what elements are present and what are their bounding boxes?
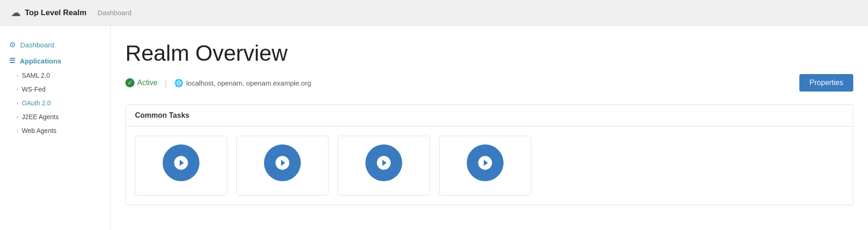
topbar: ☁ Top Level Realm Dashboard (0, 0, 868, 26)
applications-icon: ☰ (9, 57, 15, 65)
active-check-icon: ✓ (125, 78, 135, 87)
sidebar-sub-item-j2ee[interactable]: › J2EE Agents (0, 110, 110, 124)
common-tasks-section: Common Tasks (125, 104, 853, 205)
task-card-4[interactable] (439, 136, 531, 196)
chevron-icon-oauth: › (17, 101, 18, 106)
chevron-icon-wsfed: › (17, 87, 18, 92)
task-card-1[interactable] (135, 136, 227, 196)
main-content: Realm Overview ✓ Active | 🌐 localhost, o… (111, 26, 868, 230)
globe-icon: 🌐 (174, 79, 183, 87)
sidebar: ⚙ Dashboard ☰ Applications › SAML 2.0 › … (0, 26, 111, 230)
sidebar-item-applications[interactable]: ☰ Applications (0, 53, 110, 69)
sidebar-sub-label-j2ee: J2EE Agents (22, 113, 59, 121)
cloud-icon: ☁ (11, 7, 20, 18)
task-icon-3 (375, 155, 392, 171)
task-icon-4 (477, 155, 493, 171)
task-card-2[interactable] (236, 136, 328, 196)
topbar-brand: ☁ Top Level Realm (11, 7, 87, 18)
task-cards-row (126, 126, 853, 205)
topbar-dashboard-label[interactable]: Dashboard (98, 9, 131, 17)
sidebar-sub-item-webagents[interactable]: › Web Agents (0, 124, 110, 138)
chevron-icon-j2ee: › (17, 115, 18, 120)
status-row: ✓ Active | 🌐 localhost, openam, openam.e… (125, 74, 853, 92)
task-card-3[interactable] (338, 136, 430, 196)
properties-button[interactable]: Properties (799, 74, 853, 92)
brand-label: Top Level Realm (25, 8, 87, 17)
status-label: Active (137, 79, 158, 87)
sidebar-sub-item-saml[interactable]: › SAML 2.0 (0, 69, 110, 82)
sidebar-sub-item-wsfed[interactable]: › WS-Fed (0, 82, 110, 96)
sidebar-sub-label-saml: SAML 2.0 (22, 72, 50, 79)
status-active: ✓ Active (125, 78, 158, 87)
main-layout: ⚙ Dashboard ☰ Applications › SAML 2.0 › … (0, 26, 868, 230)
sidebar-sub-label-wsfed: WS-Fed (22, 86, 45, 93)
sidebar-sub-item-oauth[interactable]: › OAuth 2.0 (0, 96, 110, 110)
dns-info: 🌐 localhost, openam, openam.example.org (174, 79, 311, 87)
chevron-icon-saml: › (17, 73, 18, 78)
task-card-circle-1 (163, 144, 199, 181)
sidebar-item-dashboard[interactable]: ⚙ Dashboard (0, 37, 110, 53)
common-tasks-header: Common Tasks (126, 105, 853, 126)
task-icon-2 (274, 155, 291, 171)
task-card-circle-3 (365, 144, 402, 181)
chevron-icon-webagents: › (17, 128, 18, 133)
task-icon-1 (173, 155, 189, 171)
sidebar-sub-label-webagents: Web Agents (22, 127, 56, 134)
dashboard-icon: ⚙ (9, 40, 16, 49)
sidebar-sub-label-oauth: OAuth 2.0 (22, 99, 51, 107)
sidebar-applications-label: Applications (20, 57, 61, 65)
dns-label: localhost, openam, openam.example.org (186, 79, 311, 87)
task-card-circle-2 (264, 144, 301, 181)
sidebar-dashboard-label: Dashboard (20, 41, 54, 49)
page-title: Realm Overview (125, 40, 853, 66)
status-divider: | (165, 78, 167, 88)
task-card-circle-4 (467, 144, 504, 181)
